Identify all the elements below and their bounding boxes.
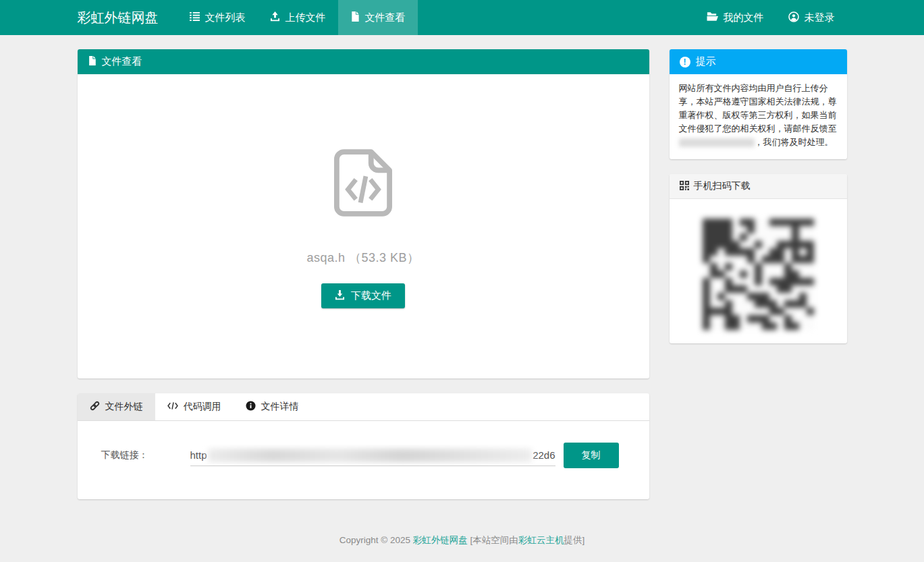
qr-title: 手机扫码下载 [694,180,751,192]
nav-item-label: 我的文件 [724,11,764,24]
user-circle-icon [788,11,799,24]
qr-code-blur [703,219,814,330]
brand-label: 彩虹外链网盘 [78,9,159,27]
url-blurred-section [208,449,533,462]
tip-text-after: ，我们将及时处理。 [755,137,834,147]
nav-item-my-files[interactable]: 我的文件 [695,0,776,35]
tip-text: 网站所有文件内容均由用户自行上传分享，本站严格遵守国家相关法律法规，尊重著作权、… [670,74,847,159]
tab-file-external-link[interactable]: 文件外链 [78,393,155,420]
nav-item-file-list[interactable]: 文件列表 [178,0,258,35]
file-icon [350,11,360,24]
tab-label: 文件外链 [105,401,143,413]
tab-code-embed[interactable]: 代码调用 [155,393,234,420]
file-name-row: asqa.h （53.3 KB） [78,250,649,266]
tabs-header: 文件外链 代码调用 文件详情 [78,393,649,421]
blurred-email [679,138,755,147]
tab-label: 文件详情 [261,401,299,413]
copy-button[interactable]: 复制 [564,443,619,468]
nav-item-file-view[interactable]: 文件查看 [338,0,418,35]
exclamation-circle-icon: ! [680,57,690,67]
file-preview-area: asqa.h （53.3 KB） 下载文件 [78,74,649,378]
tab-file-details[interactable]: 文件详情 [234,393,311,420]
download-link-input[interactable]: http 22d6 [190,445,555,466]
footer: Copyright © 2025 彩虹外链网盘 [本站空间由彩虹云主机提供] [78,534,847,546]
footer-suffix: 提供] [564,535,585,545]
file-view-panel-header: 文件查看 [78,49,649,74]
nav-item-login-status[interactable]: 未登录 [776,0,847,35]
navbar: 彩虹外链网盘 文件列表 上传文件 文件查看 我的文 [0,0,924,35]
link-icon [90,401,100,413]
qr-panel: 手机扫码下载 [670,174,847,343]
download-link-label: 下载链接： [101,449,190,461]
download-button-label: 下载文件 [351,289,391,302]
link-tabs-panel: 文件外链 代码调用 文件详情 下载链接： ht [78,393,649,499]
url-prefix: http [190,449,207,461]
download-file-button[interactable]: 下载文件 [321,283,405,308]
folder-open-icon [707,11,718,24]
code-icon [167,401,178,412]
nav-item-label: 未登录 [805,11,835,24]
file-icon [88,56,97,67]
tab-label: 代码调用 [184,401,221,413]
brand[interactable]: 彩虹外链网盘 [78,0,178,35]
list-icon [190,11,200,24]
download-icon [335,290,345,302]
nav-item-label: 上传文件 [286,11,326,24]
footer-host-link[interactable]: 彩虹云主机 [518,535,564,545]
nav-item-label: 文件查看 [365,11,406,24]
qr-panel-header: 手机扫码下载 [670,174,847,199]
qrcode-icon [680,181,689,192]
footer-site-link[interactable]: 彩虹外链网盘 [413,535,468,545]
panel-title: 文件查看 [102,55,142,68]
tip-panel: ! 提示 网站所有文件内容均由用户自行上传分享，本站严格遵守国家相关法律法规，尊… [670,49,847,159]
tip-title: 提示 [696,55,716,68]
qr-body [670,199,847,343]
nav-item-upload[interactable]: 上传文件 [258,0,338,35]
file-name: asqa.h [306,251,345,264]
file-view-panel: 文件查看 [78,49,649,378]
download-link-row: 下载链接： http 22d6 复制 [78,421,649,499]
tip-text-before: 网站所有文件内容均由用户自行上传分享，本站严格遵守国家相关法律法规，尊重著作权、… [679,83,837,134]
footer-middle: [本站空间由 [468,535,518,545]
file-code-icon [333,208,393,219]
nav-item-label: 文件列表 [205,11,246,24]
info-circle-icon [246,401,256,413]
footer-copyright: Copyright © 2025 [339,535,413,545]
tip-panel-header: ! 提示 [670,49,847,74]
url-suffix: 22d6 [533,449,555,461]
file-size: （53.3 KB） [349,251,420,264]
upload-icon [270,11,280,24]
